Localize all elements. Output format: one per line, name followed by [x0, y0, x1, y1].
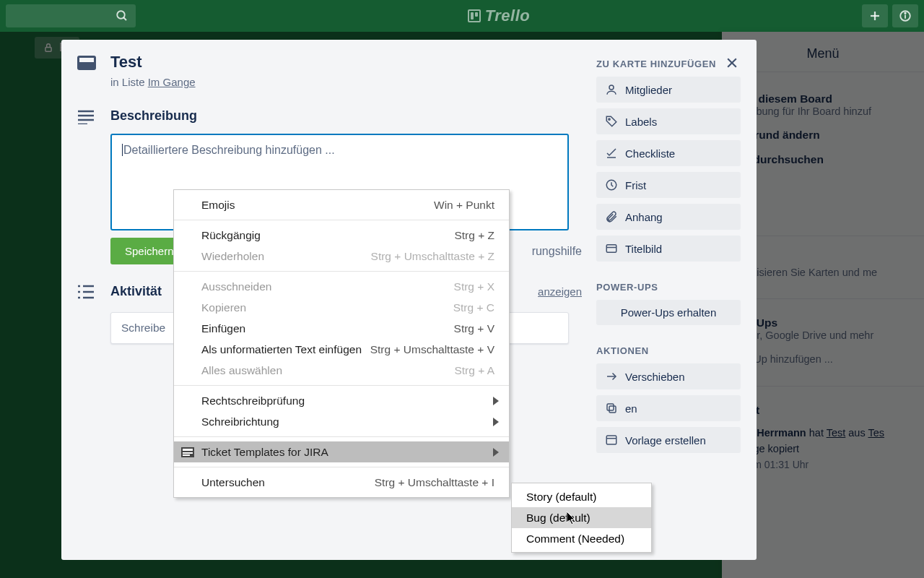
add-button[interactable]	[862, 4, 888, 27]
search-button[interactable]	[6, 4, 136, 27]
logo-text: Trello	[485, 7, 531, 25]
paperclip-icon	[605, 210, 618, 223]
due-date-button[interactable]: Frist	[596, 172, 741, 198]
svg-rect-11	[79, 58, 94, 62]
extension-icon	[181, 447, 194, 457]
svg-rect-30	[607, 404, 614, 410]
svg-point-6	[905, 13, 906, 14]
members-button[interactable]: Mitglieder	[596, 77, 741, 103]
context-menu-item[interactable]: UntersuchenStrg + Umschalttaste + I	[174, 472, 509, 493]
context-menu-item[interactable]: RückgängigStrg + Z	[174, 225, 509, 246]
svg-line-1	[123, 17, 126, 20]
labels-button[interactable]: Labels	[596, 108, 741, 134]
context-menu-item[interactable]: Ticket Templates for JIRA	[174, 441, 509, 462]
add-to-card-label: ZU KARTE HINZUFÜGEN	[596, 59, 741, 69]
svg-point-22	[609, 85, 614, 90]
chevron-right-icon	[493, 397, 499, 405]
info-button[interactable]	[892, 4, 918, 27]
list-link[interactable]: Im Gange	[148, 76, 196, 88]
submenu-item[interactable]: Bug (default)	[512, 507, 651, 528]
arrow-right-icon	[605, 370, 618, 383]
checklist-icon	[605, 147, 618, 160]
logo: Trello	[136, 7, 862, 25]
context-menu: EmojisWin + PunktRückgängigStrg + ZWiede…	[173, 189, 510, 498]
svg-rect-31	[606, 436, 616, 444]
move-button[interactable]: Verschieben	[596, 363, 741, 389]
svg-rect-26	[606, 245, 616, 253]
activity-icon	[77, 285, 95, 299]
context-menu-item: AusschneidenStrg + X	[174, 276, 509, 297]
context-menu-item[interactable]: Schreibrichtung	[174, 411, 509, 432]
submenu-item[interactable]: Story (default)	[512, 486, 651, 507]
context-menu-item: KopierenStrg + C	[174, 297, 509, 318]
close-button[interactable]	[725, 56, 739, 70]
clock-icon	[605, 178, 618, 191]
context-menu-item[interactable]: EmojisWin + Punkt	[174, 194, 509, 215]
info-icon	[899, 9, 912, 22]
template-icon	[605, 434, 618, 447]
tag-icon	[605, 115, 618, 128]
checklist-button[interactable]: Checkliste	[596, 140, 741, 166]
template-button[interactable]: Vorlage erstellen	[596, 427, 741, 453]
get-powerups-button[interactable]: Power-Ups erhalten	[596, 300, 741, 325]
context-menu-item[interactable]: Als unformatierten Text einfügenStrg + U…	[174, 339, 509, 360]
format-help-link[interactable]: rungshilfe	[532, 245, 582, 258]
context-menu-item[interactable]: Rechtschreibprüfung	[174, 390, 509, 411]
context-menu-item[interactable]: EinfügenStrg + V	[174, 318, 509, 339]
plus-icon	[868, 9, 881, 22]
show-details-link[interactable]: anzeigen	[538, 285, 582, 298]
powerups-label: POWER-UPS	[596, 282, 741, 293]
chevron-right-icon	[493, 448, 499, 457]
context-menu-item: WiederholenStrg + Umschalttaste + Z	[174, 246, 509, 267]
svg-rect-35	[183, 452, 193, 454]
svg-rect-34	[183, 449, 193, 451]
card-icon	[77, 56, 96, 70]
card-title[interactable]: Test	[110, 53, 196, 72]
svg-rect-36	[183, 454, 190, 456]
svg-point-23	[609, 118, 610, 120]
search-icon	[116, 9, 128, 22]
description-heading: Beschreibung	[110, 108, 582, 124]
attachment-button[interactable]: Anhang	[596, 204, 741, 230]
svg-rect-29	[609, 406, 616, 413]
copy-icon	[605, 402, 618, 415]
trello-logo-icon	[468, 9, 481, 22]
submenu-item[interactable]: Comment (Needed)	[512, 528, 651, 549]
context-submenu: Story (default)Bug (default)Comment (Nee…	[511, 483, 652, 553]
topbar: Trello	[0, 0, 924, 32]
cover-button[interactable]: Titelbild	[596, 236, 741, 262]
description-icon	[77, 110, 95, 124]
copy-button[interactable]: en	[596, 395, 741, 421]
close-icon	[725, 56, 739, 70]
context-menu-item: Alles auswählenStrg + A	[174, 360, 509, 381]
svg-point-0	[117, 11, 125, 19]
actions-label: AKTIONEN	[596, 345, 741, 356]
person-icon	[605, 83, 618, 96]
chevron-right-icon	[493, 418, 499, 426]
card-location: in Liste Im Gange	[110, 76, 196, 88]
cover-icon	[605, 242, 618, 255]
